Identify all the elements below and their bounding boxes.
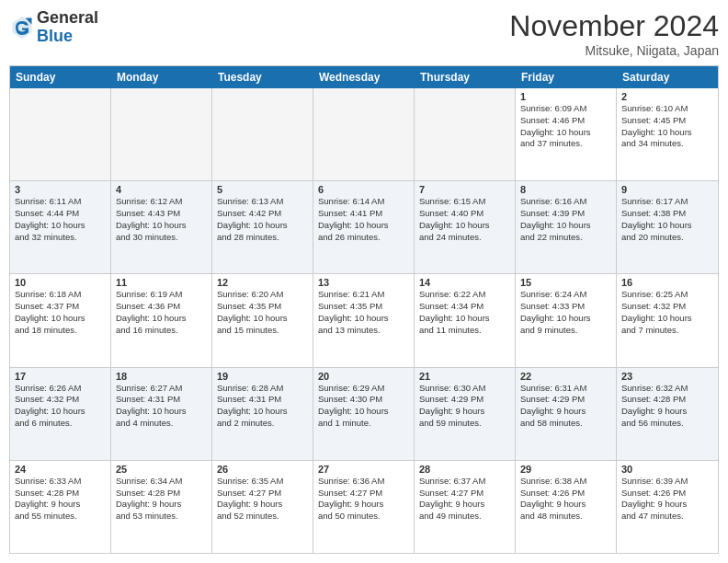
- calendar-cell: 26Sunrise: 6:35 AMSunset: 4:27 PMDayligh…: [212, 461, 313, 553]
- header: General Blue November 2024 Mitsuke, Niig…: [9, 9, 719, 58]
- day-number: 15: [520, 277, 611, 288]
- day-number: 4: [116, 184, 207, 195]
- calendar-row: 1Sunrise: 6:09 AMSunset: 4:46 PMDaylight…: [10, 88, 718, 181]
- day-info: Sunrise: 6:28 AMSunset: 4:31 PMDaylight:…: [217, 383, 308, 430]
- day-number: 13: [318, 277, 409, 288]
- calendar-cell: 6Sunrise: 6:14 AMSunset: 4:41 PMDaylight…: [313, 181, 415, 273]
- calendar-cell: 3Sunrise: 6:11 AMSunset: 4:44 PMDaylight…: [10, 181, 111, 273]
- calendar-cell: 30Sunrise: 6:39 AMSunset: 4:26 PMDayligh…: [617, 461, 718, 553]
- day-number: 7: [419, 184, 510, 195]
- calendar-header-day: Tuesday: [212, 66, 313, 88]
- main-container: General Blue November 2024 Mitsuke, Niig…: [0, 0, 728, 563]
- day-number: 9: [621, 184, 713, 195]
- calendar-cell: 15Sunrise: 6:24 AMSunset: 4:33 PMDayligh…: [516, 274, 617, 366]
- day-info: Sunrise: 6:09 AMSunset: 4:46 PMDaylight:…: [520, 103, 611, 150]
- day-info: Sunrise: 6:34 AMSunset: 4:28 PMDaylight:…: [116, 476, 207, 523]
- day-info: Sunrise: 6:15 AMSunset: 4:40 PMDaylight:…: [419, 196, 510, 243]
- logo-blue: Blue: [37, 27, 73, 45]
- calendar-cell: 10Sunrise: 6:18 AMSunset: 4:37 PMDayligh…: [10, 274, 111, 366]
- calendar-cell: [313, 88, 415, 180]
- day-info: Sunrise: 6:27 AMSunset: 4:31 PMDaylight:…: [116, 383, 207, 430]
- day-number: 27: [318, 464, 409, 475]
- day-number: 3: [15, 184, 106, 195]
- calendar-cell: 16Sunrise: 6:25 AMSunset: 4:32 PMDayligh…: [617, 274, 718, 366]
- day-info: Sunrise: 6:16 AMSunset: 4:39 PMDaylight:…: [520, 196, 611, 243]
- day-number: 25: [116, 464, 207, 475]
- calendar-cell: 11Sunrise: 6:19 AMSunset: 4:36 PMDayligh…: [111, 274, 212, 366]
- calendar-cell: 2Sunrise: 6:10 AMSunset: 4:45 PMDaylight…: [617, 88, 718, 180]
- calendar-header-day: Sunday: [10, 66, 111, 88]
- day-info: Sunrise: 6:31 AMSunset: 4:29 PMDaylight:…: [520, 383, 611, 430]
- calendar-cell: 7Sunrise: 6:15 AMSunset: 4:40 PMDaylight…: [415, 181, 516, 273]
- day-info: Sunrise: 6:38 AMSunset: 4:26 PMDaylight:…: [520, 476, 611, 523]
- calendar-row: 17Sunrise: 6:26 AMSunset: 4:32 PMDayligh…: [10, 368, 718, 461]
- day-info: Sunrise: 6:11 AMSunset: 4:44 PMDaylight:…: [15, 196, 106, 243]
- day-number: 2: [621, 91, 713, 102]
- calendar-cell: 27Sunrise: 6:36 AMSunset: 4:27 PMDayligh…: [313, 461, 415, 553]
- logo: General Blue: [9, 9, 98, 46]
- calendar-cell: 8Sunrise: 6:16 AMSunset: 4:39 PMDaylight…: [516, 181, 617, 273]
- calendar-cell: 20Sunrise: 6:29 AMSunset: 4:30 PMDayligh…: [313, 368, 415, 460]
- day-number: 18: [116, 371, 207, 382]
- calendar-cell: 25Sunrise: 6:34 AMSunset: 4:28 PMDayligh…: [111, 461, 212, 553]
- day-number: 30: [621, 464, 713, 475]
- day-info: Sunrise: 6:39 AMSunset: 4:26 PMDaylight:…: [621, 476, 713, 523]
- day-info: Sunrise: 6:22 AMSunset: 4:34 PMDaylight:…: [419, 289, 510, 336]
- day-number: 20: [318, 371, 409, 382]
- calendar-cell: 1Sunrise: 6:09 AMSunset: 4:46 PMDaylight…: [516, 88, 617, 180]
- calendar-cell: 17Sunrise: 6:26 AMSunset: 4:32 PMDayligh…: [10, 368, 111, 460]
- day-number: 10: [15, 277, 106, 288]
- day-number: 26: [217, 464, 308, 475]
- day-number: 1: [520, 91, 611, 102]
- day-number: 17: [15, 371, 106, 382]
- day-info: Sunrise: 6:37 AMSunset: 4:27 PMDaylight:…: [419, 476, 510, 523]
- calendar-header-day: Monday: [111, 66, 212, 88]
- location-subtitle: Mitsuke, Niigata, Japan: [509, 43, 719, 58]
- calendar-cell: 28Sunrise: 6:37 AMSunset: 4:27 PMDayligh…: [415, 461, 516, 553]
- calendar-cell: [212, 88, 313, 180]
- day-info: Sunrise: 6:26 AMSunset: 4:32 PMDaylight:…: [15, 383, 106, 430]
- day-info: Sunrise: 6:36 AMSunset: 4:27 PMDaylight:…: [318, 476, 409, 523]
- calendar-cell: 4Sunrise: 6:12 AMSunset: 4:43 PMDaylight…: [111, 181, 212, 273]
- calendar-cell: [415, 88, 516, 180]
- calendar-cell: 14Sunrise: 6:22 AMSunset: 4:34 PMDayligh…: [415, 274, 516, 366]
- day-number: 5: [217, 184, 308, 195]
- calendar-cell: 12Sunrise: 6:20 AMSunset: 4:35 PMDayligh…: [212, 274, 313, 366]
- day-info: Sunrise: 6:24 AMSunset: 4:33 PMDaylight:…: [520, 289, 611, 336]
- calendar-cell: [10, 88, 111, 180]
- day-number: 11: [116, 277, 207, 288]
- day-number: 8: [520, 184, 611, 195]
- day-info: Sunrise: 6:29 AMSunset: 4:30 PMDaylight:…: [318, 383, 409, 430]
- calendar-header-day: Saturday: [617, 66, 718, 88]
- logo-icon: [9, 15, 35, 40]
- day-info: Sunrise: 6:14 AMSunset: 4:41 PMDaylight:…: [318, 196, 409, 243]
- calendar-cell: 9Sunrise: 6:17 AMSunset: 4:38 PMDaylight…: [617, 181, 718, 273]
- calendar-cell: 21Sunrise: 6:30 AMSunset: 4:29 PMDayligh…: [415, 368, 516, 460]
- calendar-row: 10Sunrise: 6:18 AMSunset: 4:37 PMDayligh…: [10, 274, 718, 367]
- day-info: Sunrise: 6:30 AMSunset: 4:29 PMDaylight:…: [419, 383, 510, 430]
- calendar-cell: 13Sunrise: 6:21 AMSunset: 4:35 PMDayligh…: [313, 274, 415, 366]
- calendar-cell: 18Sunrise: 6:27 AMSunset: 4:31 PMDayligh…: [111, 368, 212, 460]
- day-number: 29: [520, 464, 611, 475]
- day-number: 23: [621, 371, 713, 382]
- calendar-cell: 19Sunrise: 6:28 AMSunset: 4:31 PMDayligh…: [212, 368, 313, 460]
- day-number: 19: [217, 371, 308, 382]
- day-info: Sunrise: 6:21 AMSunset: 4:35 PMDaylight:…: [318, 289, 409, 336]
- day-number: 22: [520, 371, 611, 382]
- calendar-body: 1Sunrise: 6:09 AMSunset: 4:46 PMDaylight…: [10, 88, 718, 553]
- calendar-header-day: Thursday: [415, 66, 516, 88]
- day-info: Sunrise: 6:25 AMSunset: 4:32 PMDaylight:…: [621, 289, 713, 336]
- day-info: Sunrise: 6:12 AMSunset: 4:43 PMDaylight:…: [116, 196, 207, 243]
- logo-text: General Blue: [37, 9, 98, 46]
- calendar-cell: 29Sunrise: 6:38 AMSunset: 4:26 PMDayligh…: [516, 461, 617, 553]
- calendar-row: 3Sunrise: 6:11 AMSunset: 4:44 PMDaylight…: [10, 181, 718, 274]
- calendar-cell: 22Sunrise: 6:31 AMSunset: 4:29 PMDayligh…: [516, 368, 617, 460]
- day-info: Sunrise: 6:10 AMSunset: 4:45 PMDaylight:…: [621, 103, 713, 150]
- calendar-cell: 5Sunrise: 6:13 AMSunset: 4:42 PMDaylight…: [212, 181, 313, 273]
- calendar-row: 24Sunrise: 6:33 AMSunset: 4:28 PMDayligh…: [10, 461, 718, 553]
- calendar: SundayMondayTuesdayWednesdayThursdayFrid…: [9, 65, 719, 554]
- day-number: 6: [318, 184, 409, 195]
- calendar-cell: 23Sunrise: 6:32 AMSunset: 4:28 PMDayligh…: [617, 368, 718, 460]
- day-info: Sunrise: 6:32 AMSunset: 4:28 PMDaylight:…: [621, 383, 713, 430]
- day-number: 24: [15, 464, 106, 475]
